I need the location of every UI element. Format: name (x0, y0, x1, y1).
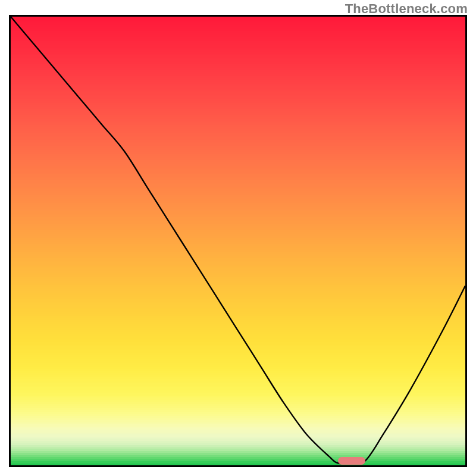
plot-frame (9, 15, 467, 467)
curve-path (11, 17, 465, 464)
heat-row (11, 465, 465, 467)
optimal-region-marker (338, 457, 365, 464)
bottleneck-curve (11, 17, 465, 465)
chart-stage: TheBottleneck.com (0, 0, 476, 476)
